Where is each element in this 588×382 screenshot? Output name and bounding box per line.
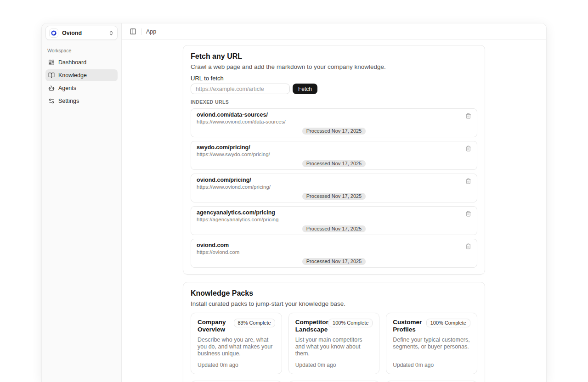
pack-description: Describe who you are, what you do, and w… bbox=[198, 337, 275, 357]
main-area: App Fetch any URL Crawl a web page and a… bbox=[122, 23, 546, 382]
sidebar-nav: Dashboard Knowledge Agents Settings bbox=[45, 56, 118, 107]
topbar-divider bbox=[141, 28, 141, 35]
pack-complete-badge: 100% Complete bbox=[328, 319, 373, 327]
knowledge-pack-card[interactable]: Competitor Landscape 100% Complete List … bbox=[288, 313, 380, 374]
knowledge-pack-card[interactable]: Customer Profiles 100% Complete Define y… bbox=[386, 313, 477, 374]
workspace-name: Oviond bbox=[62, 30, 105, 36]
indexed-url-card: oviond.com https://oviond.com Processed … bbox=[191, 239, 477, 268]
bot-icon bbox=[48, 85, 55, 91]
url-card-title: oviond.com/data-sources/ bbox=[197, 112, 471, 118]
pack-updated: Updated 0m ago bbox=[393, 357, 470, 368]
sidebar-item-knowledge[interactable]: Knowledge bbox=[45, 69, 118, 81]
processed-badge: Processed Nov 17, 2025 bbox=[302, 225, 366, 232]
pack-title: Competitor Landscape bbox=[295, 319, 325, 333]
book-open-icon bbox=[48, 72, 55, 79]
oviond-logo-icon bbox=[49, 28, 58, 38]
panel-left-icon[interactable] bbox=[130, 28, 136, 35]
url-card-url: https://agencyanalytics.com/pricing bbox=[197, 217, 471, 223]
url-card-title: oviond.com/pricing/ bbox=[197, 177, 471, 184]
pack-updated: Updated 0m ago bbox=[295, 357, 373, 368]
pack-title: Company Overview bbox=[198, 319, 230, 333]
trash-icon[interactable] bbox=[464, 112, 472, 120]
url-card-url: https://www.swydo.com/pricing/ bbox=[197, 152, 471, 157]
url-card-url: https://oviond.com bbox=[197, 249, 471, 255]
fetch-section-description: Crawl a web page and add the markdown to… bbox=[191, 63, 477, 71]
knowledge-pack-card[interactable]: Company Overview 83% Complete Describe w… bbox=[191, 313, 282, 374]
indexed-url-list: oviond.com/data-sources/ https://www.ovi… bbox=[191, 108, 477, 268]
sidebar-item-label: Agents bbox=[58, 85, 76, 91]
sidebar-item-settings[interactable]: Settings bbox=[45, 95, 118, 107]
url-card-url: https://www.oviond.com/pricing/ bbox=[197, 184, 471, 190]
pack-updated: Updated 0m ago bbox=[198, 357, 275, 368]
app-window: Oviond Workspace Dashboard Knowledge Age… bbox=[41, 23, 547, 382]
fetch-url-section: Fetch any URL Crawl a web page and add t… bbox=[183, 45, 485, 275]
pack-title: Customer Profiles bbox=[393, 319, 422, 333]
processed-badge: Processed Nov 17, 2025 bbox=[302, 193, 366, 200]
content: Fetch any URL Crawl a web page and add t… bbox=[122, 40, 546, 382]
url-card-title: agencyanalytics.com/pricing bbox=[197, 209, 471, 216]
pack-complete-badge: 100% Complete bbox=[426, 319, 470, 327]
indexed-url-card: oviond.com/pricing/ https://www.oviond.c… bbox=[191, 174, 477, 202]
url-input-label: URL to fetch bbox=[191, 75, 477, 82]
trash-icon[interactable] bbox=[464, 242, 472, 250]
workspace-switcher[interactable]: Oviond bbox=[45, 26, 118, 40]
url-card-url: https://www.oviond.com/data-sources/ bbox=[197, 119, 471, 125]
pack-description: List your main competitors and what you … bbox=[295, 337, 373, 357]
indexed-urls-label: INDEXED URLS bbox=[191, 99, 477, 105]
pack-complete-badge: 83% Complete bbox=[234, 319, 275, 327]
processed-badge: Processed Nov 17, 2025 bbox=[302, 128, 366, 135]
sidebar-item-dashboard[interactable]: Dashboard bbox=[45, 56, 118, 68]
chevrons-up-down-icon bbox=[108, 30, 114, 36]
settings-sliders-icon bbox=[48, 98, 55, 104]
knowledge-packs-section: Knowledge Packs Install curated packs to… bbox=[183, 282, 485, 382]
indexed-url-card: swydo.com/pricing/ https://www.swydo.com… bbox=[191, 141, 477, 170]
dashboard-icon bbox=[48, 59, 55, 66]
fetch-row: Fetch bbox=[191, 84, 477, 94]
url-card-title: swydo.com/pricing/ bbox=[197, 144, 471, 151]
indexed-url-card: agencyanalytics.com/pricing https://agen… bbox=[191, 206, 477, 235]
breadcrumb: App bbox=[146, 28, 156, 35]
url-card-title: oviond.com bbox=[197, 242, 471, 249]
fetch-button[interactable]: Fetch bbox=[293, 84, 317, 94]
trash-icon[interactable] bbox=[464, 177, 472, 185]
pack-description: Define your typical customers, segments,… bbox=[393, 337, 470, 350]
sidebar-item-agents[interactable]: Agents bbox=[45, 82, 118, 94]
url-input[interactable] bbox=[191, 84, 290, 94]
trash-icon[interactable] bbox=[464, 210, 472, 218]
packs-section-title: Knowledge Packs bbox=[191, 289, 477, 298]
packs-grid: Company Overview 83% Complete Describe w… bbox=[191, 313, 477, 382]
processed-badge: Processed Nov 17, 2025 bbox=[302, 160, 366, 167]
sidebar-item-label: Settings bbox=[58, 98, 79, 104]
indexed-url-card: oviond.com/data-sources/ https://www.ovi… bbox=[191, 108, 477, 137]
topbar: App bbox=[122, 23, 546, 40]
sidebar-item-label: Dashboard bbox=[58, 59, 86, 66]
fetch-section-title: Fetch any URL bbox=[191, 52, 477, 61]
sidebar: Oviond Workspace Dashboard Knowledge Age… bbox=[42, 23, 122, 382]
sidebar-item-label: Knowledge bbox=[58, 72, 87, 79]
trash-icon[interactable] bbox=[464, 145, 472, 152]
packs-section-description: Install curated packs to jump-start your… bbox=[191, 300, 477, 308]
processed-badge: Processed Nov 17, 2025 bbox=[302, 258, 366, 265]
sidebar-section-label: Workspace bbox=[47, 48, 116, 53]
